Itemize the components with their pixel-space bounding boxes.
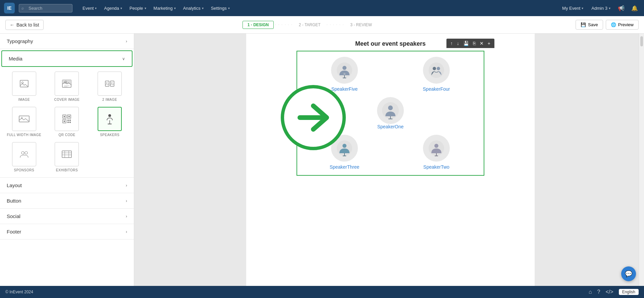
qr-code-label: QR CODE <box>58 133 75 137</box>
chevron-right-icon: › <box>126 229 127 234</box>
help-icon[interactable]: ? <box>597 289 600 295</box>
speakers-icon-box <box>98 107 122 131</box>
chevron-right-icon: › <box>126 183 127 188</box>
app-logo[interactable]: IE <box>4 3 15 13</box>
step-design[interactable]: 1 - DESIGN <box>243 21 274 29</box>
cover-image-icon-box <box>55 72 79 96</box>
speaker-avatar-three <box>331 135 358 162</box>
nav-item-analytics[interactable]: Analytics ▾ <box>180 4 206 12</box>
full-width-image-icon-box <box>12 107 36 131</box>
qr-code-icon <box>61 114 72 124</box>
step-review[interactable]: 3 - REVIEW <box>345 21 377 29</box>
speaker-item-four[interactable]: SpeakerFour <box>423 57 450 92</box>
block-toolbar: ↑ ↓ 💾 ⎘ ✕ + <box>446 39 494 48</box>
chat-icon: 💬 <box>625 270 632 278</box>
layout-header[interactable]: Layout › <box>0 178 134 193</box>
nav-item-people[interactable]: People ▾ <box>127 4 149 12</box>
save-icon: 💾 <box>581 22 586 27</box>
button-section: Button › <box>0 193 134 209</box>
speaker-item-three[interactable]: SpeakerThree <box>330 135 360 170</box>
email-preview-area: Meet our event speakers ↑ ↓ 💾 ⎘ ✕ + <box>137 34 644 286</box>
left-scrollbar[interactable] <box>134 34 137 286</box>
move-down-icon[interactable]: ↓ <box>455 40 461 47</box>
home-icon[interactable]: ⌂ <box>589 289 592 295</box>
copy-block-icon[interactable]: ⎘ <box>472 40 477 47</box>
typography-header[interactable]: Typography › <box>0 34 134 49</box>
social-header[interactable]: Social › <box>0 209 134 224</box>
delete-block-icon[interactable]: ✕ <box>478 40 485 47</box>
two-image-label: 2 IMAGE <box>102 98 117 101</box>
media-item-2image[interactable]: 2 IMAGE <box>91 72 128 101</box>
notifications-icon[interactable]: 📢 <box>616 3 627 13</box>
svg-rect-28 <box>62 151 71 158</box>
bell-icon[interactable]: 🔔 <box>629 3 640 13</box>
full-width-image-label: FULL WIDTH IMAGE <box>7 133 42 137</box>
media-item-cover-image[interactable]: COVER IMAGE <box>48 72 86 101</box>
speakers-grid: SpeakerFive <box>303 57 478 170</box>
speaker-item-five[interactable]: SpeakerFive <box>331 57 358 92</box>
left-panel: Typography › Media ∨ <box>0 34 134 286</box>
save-button[interactable]: 💾 Save <box>576 20 603 30</box>
speaker-item-one[interactable]: SpeakerOne <box>377 97 404 129</box>
image-icon-box <box>12 72 36 96</box>
main-layout: Typography › Media ∨ <box>0 34 644 286</box>
media-item-full-width-image[interactable]: FULL WIDTH IMAGE <box>5 107 43 137</box>
save-block-icon[interactable]: 💾 <box>462 40 470 47</box>
step-target[interactable]: 2 - TARGET <box>294 21 325 29</box>
svg-point-40 <box>433 67 436 70</box>
chevron-down-icon: ▾ <box>202 6 204 10</box>
media-item-qr-code[interactable]: QR CODE <box>48 107 86 137</box>
speaker-item-two[interactable]: SpeakerTwo <box>423 135 450 170</box>
search-input[interactable] <box>19 4 72 12</box>
add-block-icon[interactable]: + <box>486 40 492 47</box>
media-item-speakers[interactable]: SPEAKERS <box>91 107 128 137</box>
preview-icon: 🌐 <box>611 22 616 27</box>
svg-rect-8 <box>110 81 114 86</box>
chat-bubble-button[interactable]: 💬 <box>621 266 636 281</box>
media-item-sponsors[interactable]: SPONSORS <box>5 142 43 172</box>
nav-item-agenda[interactable]: Agenda ▾ <box>101 4 125 12</box>
speakers-icon <box>104 113 116 125</box>
two-image-icon <box>104 78 115 89</box>
search-wrapper: ⌕ <box>19 4 72 12</box>
social-section: Social › <box>0 209 134 224</box>
nav-my-event[interactable]: My Event ▾ <box>559 4 586 12</box>
language-button[interactable]: English <box>619 289 639 295</box>
copyright-text: © InEvent 2024 <box>5 290 33 294</box>
svg-rect-21 <box>67 122 69 123</box>
speaker-name-three: SpeakerThree <box>330 164 360 170</box>
svg-point-10 <box>111 83 112 84</box>
right-scrollbar[interactable] <box>639 34 644 286</box>
media-grid: IMAGE COVER IMAGE <box>0 68 134 177</box>
back-to-list-button[interactable]: ← Back to list <box>5 20 44 30</box>
svg-rect-0 <box>20 80 28 87</box>
exhibitors-icon <box>61 148 73 160</box>
chevron-down-icon: ∨ <box>122 56 125 61</box>
media-header[interactable]: Media ∨ <box>1 50 132 67</box>
svg-rect-16 <box>68 116 70 117</box>
svg-rect-19 <box>67 120 69 121</box>
svg-point-47 <box>342 144 346 148</box>
cover-image-icon <box>61 78 72 89</box>
button-header[interactable]: Button › <box>0 193 134 208</box>
nav-admin[interactable]: Admin 3 ▾ <box>589 4 613 12</box>
nav-item-marketing[interactable]: Marketing ▾ <box>151 4 178 12</box>
email-preview: Meet our event speakers ↑ ↓ 💾 ⎘ ✕ + <box>246 34 535 286</box>
two-image-icon-box <box>98 72 122 96</box>
footer-header[interactable]: Footer › <box>0 224 134 239</box>
svg-rect-14 <box>64 116 65 117</box>
media-item-exhibitors[interactable]: EXHIBITORS <box>48 142 86 172</box>
bottom-bar-right: ⌂ ? </> English <box>589 289 639 295</box>
nav-item-event[interactable]: Event ▾ <box>80 4 99 12</box>
media-item-image[interactable]: IMAGE <box>5 72 43 101</box>
svg-rect-18 <box>64 121 65 122</box>
code-icon[interactable]: </> <box>606 289 613 295</box>
move-up-icon[interactable]: ↑ <box>449 40 454 47</box>
exhibitors-icon-box <box>55 142 79 166</box>
speaker-name-two: SpeakerTwo <box>423 164 449 170</box>
nav-item-settings[interactable]: Settings ▾ <box>208 4 232 12</box>
sponsors-icon-box <box>12 142 36 166</box>
bottom-bar: © InEvent 2024 ⌂ ? </> English <box>0 286 644 298</box>
preview-button[interactable]: 🌐 Preview <box>606 20 639 30</box>
speaker-avatar-four <box>423 57 450 84</box>
